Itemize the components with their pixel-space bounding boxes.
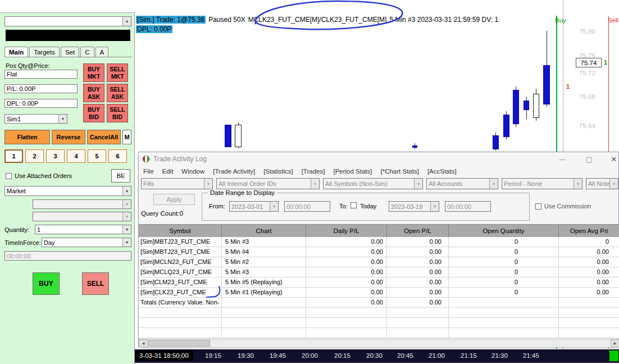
buy-button[interactable]: BUY: [33, 272, 60, 295]
flatten-button[interactable]: Flatten: [4, 130, 50, 144]
use-attached-orders-checkbox[interactable]: [6, 173, 12, 179]
chevron-down-icon[interactable]: [122, 200, 131, 208]
dpl-value-field: DPL: 0.00P: [4, 99, 78, 108]
chevron-down-icon[interactable]: [204, 179, 212, 189]
m-button[interactable]: M: [122, 130, 131, 144]
chevron-down-icon[interactable]: [58, 115, 67, 123]
table-row[interactable]: [Sim]MCLN23_FUT_CME 5 Min #2 0.00 0.00 0…: [139, 257, 619, 267]
time-in-force-label: TimeInForce:: [4, 239, 40, 246]
account-combobox[interactable]: Sim1: [4, 114, 67, 124]
table-row[interactable]: [139, 318, 619, 328]
menu-item[interactable]: [Trades]: [302, 168, 325, 175]
tab-main[interactable]: Main: [4, 47, 28, 57]
order-type-combobox[interactable]: Market: [4, 186, 131, 196]
horizontal-scrollbar[interactable]: [139, 339, 619, 347]
buy-bid-button[interactable]: BUYBID: [83, 104, 104, 122]
menu-item[interactable]: [Statistics]: [263, 168, 293, 175]
quantity-preset-1-button[interactable]: 1: [4, 149, 23, 163]
use-commission-checkbox[interactable]: [535, 203, 541, 210]
today-checkbox[interactable]: [351, 202, 357, 208]
order-time-field[interactable]: 00:00:00: [4, 251, 131, 261]
chevron-down-icon[interactable]: [430, 202, 439, 211]
from-time-field[interactable]: 00:00:00: [284, 201, 330, 212]
chevron-down-icon[interactable]: [122, 17, 131, 26]
symbol-combobox[interactable]: [4, 16, 131, 26]
tab-a[interactable]: A: [95, 47, 109, 57]
column-header-chart[interactable]: Chart: [222, 225, 306, 237]
quantity-preset-3-button[interactable]: 3: [46, 149, 65, 163]
cell-daily-pl: 0.00: [306, 288, 387, 297]
chevron-down-icon[interactable]: [489, 179, 498, 189]
from-date-picker[interactable]: 2023-03-01: [229, 201, 279, 212]
chevron-down-icon[interactable]: [574, 179, 582, 189]
order-ids-filter-combobox[interactable]: All Internal Order IDs: [216, 178, 320, 189]
reverse-button[interactable]: Reverse: [52, 130, 85, 144]
sell-ask-button[interactable]: SELLASK: [107, 84, 128, 102]
sell-button[interactable]: SELL: [82, 272, 109, 295]
order-param-combobox-2[interactable]: [33, 212, 131, 221]
scrollbar-thumb[interactable]: [148, 340, 210, 347]
table-row[interactable]: [Sim]MBTJ23_FUT_CME 5 Min #3 0.00 0.00 0…: [139, 237, 619, 247]
chevron-down-icon[interactable]: [122, 225, 131, 234]
cancel-all-button[interactable]: CancelAll: [87, 130, 121, 144]
quantity-preset-5-button[interactable]: 5: [88, 149, 106, 163]
table-row[interactable]: [Sim]MBTJ23_FUT_CME 5 Min #4 0.00 0.00 0…: [139, 247, 619, 257]
accounts-filter-combobox[interactable]: All Accounts: [426, 178, 498, 189]
table-row[interactable]: [Sim]CLM23_FUT_CME 5 Min #5 (Replaying) …: [139, 277, 619, 288]
menu-item[interactable]: File: [143, 168, 154, 175]
column-header-daily-pl[interactable]: Daily P/L: [306, 225, 387, 237]
window-titlebar[interactable]: Trade Activity Log: [139, 152, 618, 166]
fills-filter-combobox[interactable]: Fills: [141, 178, 213, 189]
chevron-down-icon[interactable]: [311, 179, 319, 189]
table-row[interactable]: Totals (Currency Value. Non- 0.00 0.00: [139, 298, 619, 308]
to-time-field[interactable]: 00:00:00: [445, 201, 491, 212]
menu-item[interactable]: [Period Stats]: [333, 168, 372, 175]
query-count-label: Query Count:0: [141, 210, 183, 217]
order-param-combobox-1[interactable]: [33, 199, 131, 209]
column-header-symbol[interactable]: Symbol: [139, 225, 222, 237]
to-date-picker[interactable]: 2023-03-19: [389, 201, 439, 212]
column-header-open-avg-price[interactable]: Open Avg Pri: [559, 225, 619, 237]
quantity-preset-6-button[interactable]: 6: [108, 149, 127, 163]
menu-item[interactable]: [Trade Activity]: [213, 168, 255, 175]
column-header-open-quantity[interactable]: Open Quantity: [449, 225, 559, 237]
table-row[interactable]: [Sim]CLK23_FUT_CME 5 Min #1 (Replaying) …: [139, 288, 619, 298]
tab-c[interactable]: C: [80, 47, 94, 57]
table-row[interactable]: [139, 328, 619, 338]
close-icon[interactable]: [608, 153, 619, 165]
quantity-combobox[interactable]: 1: [35, 225, 131, 234]
cell-open-quantity: 0: [449, 247, 559, 257]
buy-ask-button[interactable]: BUYASK: [83, 84, 104, 102]
menu-item[interactable]: [AccStats]: [427, 168, 457, 175]
table-row[interactable]: [139, 308, 619, 318]
notes-filter-combobox[interactable]: All Notes: [586, 178, 618, 189]
sell-bid-button[interactable]: SELLBID: [107, 104, 128, 122]
chevron-down-icon[interactable]: [270, 202, 278, 211]
scroll-right-icon[interactable]: [611, 339, 619, 347]
column-header-open-pl[interactable]: Open P/L: [387, 225, 449, 237]
tab-set[interactable]: Set: [61, 47, 79, 57]
time-in-force-combobox[interactable]: Day: [42, 238, 131, 247]
apply-button[interactable]: Apply: [153, 194, 195, 205]
chevron-down-icon[interactable]: [609, 179, 618, 189]
table-row[interactable]: [Sim]MCLQ23_FUT_CME 5 Min #3 0.00 0.00 0…: [139, 267, 619, 277]
quantity-preset-4-button[interactable]: 4: [67, 149, 85, 163]
chevron-down-icon[interactable]: [414, 179, 422, 189]
period-filter-combobox[interactable]: Period - None: [502, 178, 582, 189]
menu-item[interactable]: Edit: [162, 168, 174, 175]
symbols-filter-combobox[interactable]: All Symbols (Non-Sim): [323, 178, 423, 189]
maximize-icon[interactable]: [584, 153, 595, 165]
chevron-down-icon[interactable]: [122, 212, 131, 221]
menu-item[interactable]: Window: [181, 168, 204, 175]
chevron-down-icon[interactable]: [122, 238, 131, 247]
menu-item[interactable]: [*Chart Stats]: [380, 168, 418, 175]
scroll-left-icon[interactable]: [139, 339, 148, 347]
breakeven-button[interactable]: BE: [111, 169, 130, 183]
table-header-row: Symbol Chart Daily P/L Open P/L Open Qua…: [139, 225, 619, 237]
tab-targets[interactable]: Targets: [29, 47, 60, 57]
chevron-down-icon[interactable]: [122, 186, 131, 195]
sell-market-button[interactable]: SELLMKT: [107, 63, 128, 82]
quantity-preset-2-button[interactable]: 2: [25, 149, 44, 163]
minimize-icon[interactable]: [557, 153, 568, 165]
buy-market-button[interactable]: BUYMKT: [83, 63, 104, 82]
